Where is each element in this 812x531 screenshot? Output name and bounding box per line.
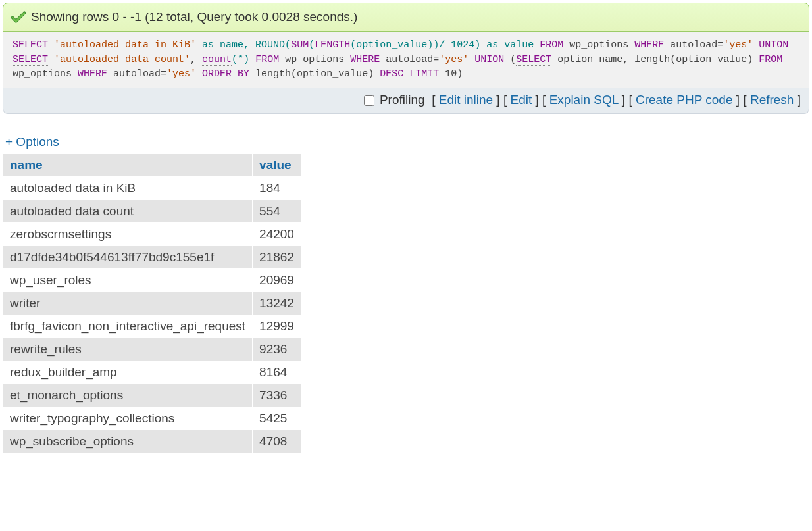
cell-value: 24200 xyxy=(253,223,301,246)
cell-value: 9236 xyxy=(253,338,301,361)
cell-name: redux_builder_amp xyxy=(3,361,253,384)
column-header-value[interactable]: value xyxy=(253,154,301,177)
create-php-link[interactable]: Create PHP code xyxy=(636,93,733,107)
options-toggle[interactable]: + Options xyxy=(5,135,59,149)
cell-name: autoloaded data count xyxy=(3,200,253,223)
cell-name: d17dfde34b0f544613ff77bd9c155e1f xyxy=(3,246,253,269)
table-row[interactable]: zerobscrmsettings24200 xyxy=(3,223,301,246)
edit-inline-link[interactable]: Edit inline xyxy=(439,93,493,107)
success-icon xyxy=(11,11,26,23)
table-row[interactable]: wp_subscribe_options4708 xyxy=(3,430,301,453)
table-row[interactable]: wp_user_roles20969 xyxy=(3,269,301,292)
cell-value: 20969 xyxy=(253,269,301,292)
cell-value: 13242 xyxy=(253,292,301,315)
profiling-checkbox[interactable] xyxy=(364,95,374,106)
cell-name: rewrite_rules xyxy=(3,338,253,361)
cell-name: autoloaded data in KiB xyxy=(3,177,253,200)
table-row[interactable]: autoloaded data count554 xyxy=(3,200,301,223)
cell-value: 8164 xyxy=(253,361,301,384)
table-row[interactable]: et_monarch_options7336 xyxy=(3,384,301,407)
success-message: Showing rows 0 - -1 (12 total, Query too… xyxy=(3,3,809,32)
sql-action-bar: Profiling [ Edit inline ] [ Edit ] [ Exp… xyxy=(3,88,809,114)
explain-sql-link[interactable]: Explain SQL xyxy=(549,93,619,107)
cell-name: writer xyxy=(3,292,253,315)
results-table: name value autoloaded data in KiB184auto… xyxy=(3,153,301,453)
table-row[interactable]: writer_typography_collections5425 xyxy=(3,407,301,430)
cell-value: 554 xyxy=(253,200,301,223)
cell-value: 5425 xyxy=(253,407,301,430)
cell-name: fbrfg_favicon_non_interactive_api_reques… xyxy=(3,315,253,338)
cell-name: wp_user_roles xyxy=(3,269,253,292)
success-text: Showing rows 0 - -1 (12 total, Query too… xyxy=(31,10,357,24)
table-row[interactable]: redux_builder_amp8164 xyxy=(3,361,301,384)
cell-name: et_monarch_options xyxy=(3,384,253,407)
cell-name: wp_subscribe_options xyxy=(3,430,253,453)
refresh-link[interactable]: Refresh xyxy=(750,93,794,107)
table-row[interactable]: rewrite_rules9236 xyxy=(3,338,301,361)
sql-query-display: SELECT 'autoloaded data in KiB' as name,… xyxy=(3,32,809,88)
cell-name: writer_typography_collections xyxy=(3,407,253,430)
cell-value: 184 xyxy=(253,177,301,200)
cell-value: 21862 xyxy=(253,246,301,269)
table-row[interactable]: autoloaded data in KiB184 xyxy=(3,177,301,200)
table-row[interactable]: d17dfde34b0f544613ff77bd9c155e1f21862 xyxy=(3,246,301,269)
cell-value: 12999 xyxy=(253,315,301,338)
column-header-name[interactable]: name xyxy=(3,154,253,177)
profiling-label: Profiling xyxy=(380,93,425,107)
edit-link[interactable]: Edit xyxy=(511,93,532,107)
cell-value: 4708 xyxy=(253,430,301,453)
cell-name: zerobscrmsettings xyxy=(3,223,253,246)
cell-value: 7336 xyxy=(253,384,301,407)
table-row[interactable]: writer13242 xyxy=(3,292,301,315)
table-row[interactable]: fbrfg_favicon_non_interactive_api_reques… xyxy=(3,315,301,338)
